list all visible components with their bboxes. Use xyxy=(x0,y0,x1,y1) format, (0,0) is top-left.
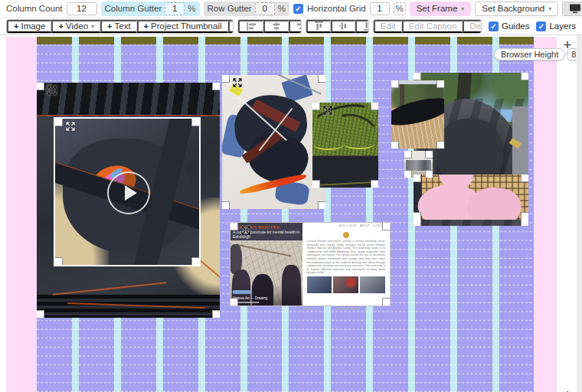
check-icon: ✓ xyxy=(538,22,544,31)
add-row-button[interactable]: + xyxy=(559,37,576,54)
collage-photo[interactable] xyxy=(222,75,325,209)
desktop-view-button[interactable] xyxy=(563,2,582,15)
park-hammock-photo[interactable] xyxy=(391,80,444,149)
row-gutter-input[interactable] xyxy=(255,2,275,15)
check-icon: ✓ xyxy=(295,5,301,13)
align-left-button[interactable] xyxy=(238,20,263,33)
selection-handle[interactable] xyxy=(436,141,444,149)
align-center-horizontal-button[interactable] xyxy=(263,20,289,33)
column-count-input[interactable] xyxy=(67,2,97,15)
scrollbar-track[interactable] xyxy=(577,35,582,392)
add-text-button[interactable]: +Text xyxy=(100,20,137,33)
photo-texture xyxy=(52,282,166,296)
add-project-thumbnail-button[interactable]: +Project Thumbnail xyxy=(137,20,228,33)
selection-handle[interactable] xyxy=(391,80,399,88)
layers-checkbox[interactable]: ✓ xyxy=(536,21,546,31)
selection-handle[interactable] xyxy=(404,170,412,178)
webpage-thumbnail xyxy=(333,276,358,293)
align-middle-vertical-button[interactable] xyxy=(331,20,355,33)
selection-handle[interactable] xyxy=(54,257,63,266)
add-image-button[interactable]: +Image xyxy=(7,20,51,33)
webpage-article-text: Curious Routes have been running a weekl… xyxy=(307,240,385,275)
selection-handle[interactable] xyxy=(436,80,444,88)
selection-handle[interactable] xyxy=(318,201,325,209)
set-background-button[interactable]: Set Background ▾ xyxy=(475,2,558,16)
selection-handle[interactable] xyxy=(521,175,528,182)
selection-handle[interactable] xyxy=(312,180,320,188)
delete-button[interactable]: Delete xyxy=(463,20,482,33)
align-right-icon xyxy=(296,21,302,31)
align-top-button[interactable] xyxy=(306,20,331,33)
align-middle-vertical-icon xyxy=(338,21,348,31)
add-row-button-bottom[interactable]: + xyxy=(559,387,576,392)
browser-height-label: Browser Height xyxy=(494,48,565,60)
check-icon: ✓ xyxy=(490,22,496,31)
selection-handle[interactable] xyxy=(521,212,528,220)
small-thumbnail-photo[interactable] xyxy=(404,151,433,178)
expand-arrows-icon[interactable] xyxy=(47,85,57,96)
horizontal-grid-checkbox[interactable]: ✓ xyxy=(293,4,303,14)
edit-label: Edit xyxy=(381,21,396,31)
selection-handle[interactable] xyxy=(212,310,220,318)
photo-texture xyxy=(318,181,373,185)
webpage-hero-photo: Various Art — Drawing xyxy=(231,240,302,305)
selection-handle[interactable] xyxy=(318,75,325,83)
pink-fabric-photo[interactable] xyxy=(414,175,528,220)
insert-toolbar: +Image +Video▾ +Text +Project Thumbnail … xyxy=(0,18,582,35)
selection-handle[interactable] xyxy=(312,103,320,110)
edit-caption-button[interactable]: Edit Caption xyxy=(402,20,463,33)
selection-handle[interactable] xyxy=(222,201,230,209)
layout-canvas[interactable]: CURIOUS ROUTES A curated commute for men… xyxy=(0,35,582,392)
align-center-horizontal-icon xyxy=(271,21,282,31)
selection-handle[interactable] xyxy=(54,118,63,126)
selection-handle[interactable] xyxy=(414,73,421,80)
grid-settings-toolbar: Column Count Column Gutter % Row Gutter … xyxy=(0,0,582,18)
selection-handle[interactable] xyxy=(37,310,44,318)
add-video-button[interactable]: +Video▾ xyxy=(51,20,100,33)
selection-handle[interactable] xyxy=(382,298,391,306)
photo-texture xyxy=(312,155,378,188)
monitor-icon xyxy=(569,3,581,14)
column-gutter-input[interactable] xyxy=(165,2,185,15)
selection-handle[interactable] xyxy=(382,222,391,230)
guides-label: Guides xyxy=(502,21,529,31)
selection-handle[interactable] xyxy=(391,141,399,149)
horizontal-grid-label: Horizontal Grid xyxy=(307,4,366,13)
expand-arrows-icon[interactable] xyxy=(232,77,243,88)
expand-arrows-icon[interactable] xyxy=(240,225,251,236)
grass-photo[interactable] xyxy=(312,103,378,188)
horizontal-grid-input[interactable] xyxy=(370,2,390,15)
selection-handle[interactable] xyxy=(191,118,200,126)
selection-handle[interactable] xyxy=(521,73,528,80)
selection-handle[interactable] xyxy=(414,212,421,220)
selection-handle[interactable] xyxy=(230,298,238,306)
selection-handle[interactable] xyxy=(425,151,433,158)
chevron-down-icon: ▾ xyxy=(91,23,94,30)
add-more-button[interactable]: +More▾ xyxy=(228,20,234,33)
align-right-button[interactable] xyxy=(289,20,302,33)
webpage-screenshot-image[interactable]: CURIOUS ROUTES A curated commute for men… xyxy=(230,222,391,306)
selection-handle[interactable] xyxy=(222,75,230,83)
play-button[interactable] xyxy=(107,172,150,214)
selection-handle[interactable] xyxy=(404,151,412,158)
selection-handle[interactable] xyxy=(371,180,378,188)
add-video-label: Video xyxy=(66,21,88,31)
expand-arrows-icon[interactable] xyxy=(322,105,333,116)
set-frame-button[interactable]: Set Frame ▾ xyxy=(410,2,472,16)
selection-handle[interactable] xyxy=(414,175,421,182)
column-gutter-group: Column Gutter % xyxy=(101,2,200,16)
selection-handle[interactable] xyxy=(37,83,44,90)
bag-video[interactable] xyxy=(54,117,201,266)
guides-checkbox[interactable]: ✓ xyxy=(489,21,499,31)
selection-handle[interactable] xyxy=(371,103,378,110)
selection-handle[interactable] xyxy=(191,257,200,266)
column-count-label: Column Count xyxy=(6,4,63,13)
align-bottom-button[interactable] xyxy=(355,20,368,33)
selection-handle[interactable] xyxy=(230,222,238,230)
selection-handle[interactable] xyxy=(425,170,433,178)
webpage-thumbnails xyxy=(307,276,385,293)
expand-arrows-icon[interactable] xyxy=(65,121,76,132)
edit-button[interactable]: Edit xyxy=(374,20,402,33)
selection-handle[interactable] xyxy=(212,83,220,90)
edit-caption-label: Edit Caption xyxy=(409,21,457,31)
